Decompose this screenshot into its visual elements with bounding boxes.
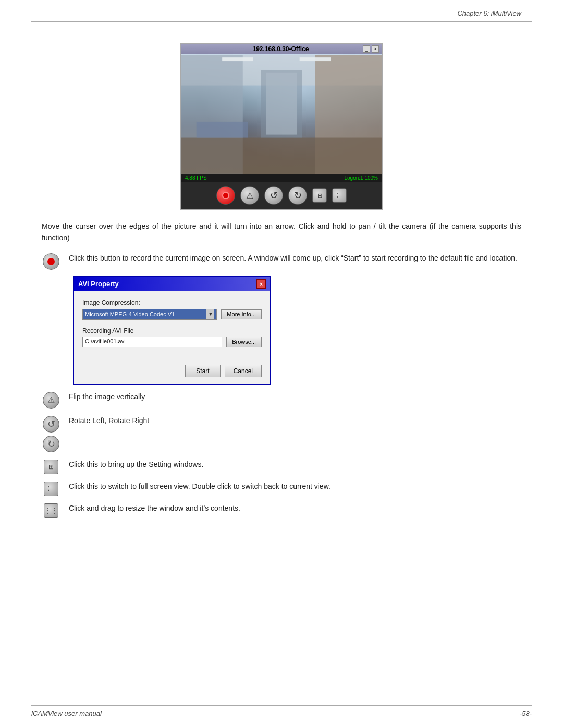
rotate-right-circle-icon: ↻ bbox=[43, 436, 59, 452]
record-icon-cell bbox=[42, 253, 60, 270]
close-button[interactable]: × bbox=[372, 45, 379, 53]
camera-title: 192.168.0.30-Office bbox=[199, 45, 363, 53]
resize-icon-row: ⋮⋮ Click and drag to resize the window a… bbox=[42, 502, 521, 518]
camera-title-buttons: _ × bbox=[363, 45, 379, 53]
avi-close-button[interactable]: × bbox=[256, 279, 266, 289]
rotate-description: Rotate Left, Rotate Right bbox=[69, 415, 521, 426]
fullscreen-icon-row: ⛶ Click this to switch to full screen vi… bbox=[42, 480, 521, 496]
fullscreen-description: Click this to switch to full screen view… bbox=[69, 480, 521, 492]
pan-tilt-description: Move the curser over the edges of the pi… bbox=[42, 220, 521, 244]
flip-circle-icon: ⚠ bbox=[43, 392, 59, 409]
rotate-icon-row: ↺ ↻ Rotate Left, Rotate Right bbox=[42, 415, 521, 452]
resize-square-icon: ⋮⋮ bbox=[44, 503, 58, 518]
resize-description: Click and drag to resize the window and … bbox=[69, 502, 521, 514]
flip-button[interactable] bbox=[240, 186, 259, 205]
record-circle-icon bbox=[43, 253, 59, 270]
filepath-row: C:\avifile001.avi Browse... bbox=[82, 337, 262, 347]
flip-icon-cell: ⚠ bbox=[42, 392, 60, 409]
flip-icon-row: ⚠ Flip the image vertically bbox=[42, 391, 521, 409]
codec-row: Microsoft MPEG-4 Video Codec V1 ▼ More I… bbox=[82, 309, 262, 320]
file-path-value: C:\avifile001.avi bbox=[85, 338, 126, 344]
rotate-right-icon bbox=[294, 190, 302, 201]
codec-select[interactable]: Microsoft MPEG-4 Video Codec V1 ▼ bbox=[82, 309, 217, 320]
avi-dialog-body: Image Compression: Microsoft MPEG-4 Vide… bbox=[74, 291, 270, 363]
cancel-button[interactable]: Cancel bbox=[225, 365, 262, 377]
camera-image bbox=[181, 54, 382, 174]
start-button[interactable]: Start bbox=[185, 365, 220, 377]
rotate-left-icon: ↺ bbox=[47, 418, 55, 430]
record-dot bbox=[222, 192, 229, 199]
more-info-button[interactable]: More Info... bbox=[221, 309, 262, 319]
svg-rect-3 bbox=[181, 138, 382, 174]
recording-avi-label: Recording AVI File bbox=[82, 327, 262, 335]
codec-value: Microsoft MPEG-4 Video Codec V1 bbox=[85, 311, 175, 317]
fullscreen-square-icon: ⛶ bbox=[44, 482, 58, 496]
fullscreen-small-button[interactable]: ⛶ bbox=[332, 188, 347, 203]
settings-square-icon: ⊞ bbox=[44, 460, 58, 474]
avi-dialog-footer: Start Cancel bbox=[74, 363, 270, 384]
rotate-left-circle-icon: ↺ bbox=[43, 416, 59, 433]
settings-small-button[interactable]: ⊞ bbox=[312, 188, 327, 203]
page-footer: iCAMView user manual -58- bbox=[31, 705, 532, 718]
logon-display: Logon:1 100% bbox=[344, 175, 378, 181]
rotate-left-button[interactable] bbox=[264, 186, 283, 205]
camera-window: 192.168.0.30-Office _ × bbox=[180, 43, 383, 210]
camera-titlebar: 192.168.0.30-Office _ × bbox=[181, 44, 382, 54]
record-description: Click this button to record the current … bbox=[69, 252, 521, 264]
settings-description: Click this to bring up the Setting windo… bbox=[69, 459, 521, 470]
svg-rect-8 bbox=[300, 57, 331, 61]
camera-scene-svg bbox=[181, 54, 382, 174]
avi-dialog-titlebar: AVI Property × bbox=[74, 277, 270, 291]
flip-warning-icon: ⚠ bbox=[47, 395, 55, 405]
rotate-right-button[interactable] bbox=[288, 186, 307, 205]
rotate-icons-cell: ↺ ↻ bbox=[42, 416, 60, 452]
flip-description: Flip the image vertically bbox=[69, 391, 521, 402]
resize-icon-cell: ⋮⋮ bbox=[42, 503, 60, 518]
svg-rect-6 bbox=[197, 122, 248, 138]
svg-rect-7 bbox=[222, 57, 253, 61]
flip-icon bbox=[246, 191, 253, 201]
minimize-button[interactable]: _ bbox=[363, 45, 370, 53]
record-button[interactable] bbox=[216, 186, 235, 205]
record-dot-icon bbox=[47, 258, 55, 265]
footer-right: -58- bbox=[520, 710, 532, 718]
fps-display: 4.88 FPS bbox=[185, 175, 207, 181]
avi-dialog-title: AVI Property bbox=[78, 280, 119, 288]
settings-icon-row: ⊞ Click this to bring up the Setting win… bbox=[42, 459, 521, 474]
settings-icon-cell: ⊞ bbox=[42, 460, 60, 474]
svg-rect-5 bbox=[266, 73, 297, 135]
browse-button[interactable]: Browse... bbox=[226, 337, 262, 347]
camera-status-bar: 4.88 FPS Logon:1 100% bbox=[181, 174, 382, 182]
codec-dropdown-arrow[interactable]: ▼ bbox=[206, 309, 214, 319]
camera-controls: ⊞ ⛶ bbox=[181, 182, 382, 209]
file-path-input[interactable]: C:\avifile001.avi bbox=[82, 337, 222, 347]
main-content: 192.168.0.30-Office _ × bbox=[0, 22, 563, 535]
chapter-header: Chapter 6: iMultiView bbox=[0, 0, 563, 21]
avi-property-dialog: AVI Property × Image Compression: Micros… bbox=[73, 276, 271, 385]
footer-left: iCAMView user manual bbox=[31, 710, 102, 718]
fullscreen-icon-cell: ⛶ bbox=[42, 482, 60, 496]
rotate-left-icon bbox=[270, 190, 278, 201]
rotate-right-icon: ↻ bbox=[47, 438, 55, 450]
image-compression-label: Image Compression: bbox=[82, 299, 262, 306]
record-icon-row: Click this button to record the current … bbox=[42, 252, 521, 270]
